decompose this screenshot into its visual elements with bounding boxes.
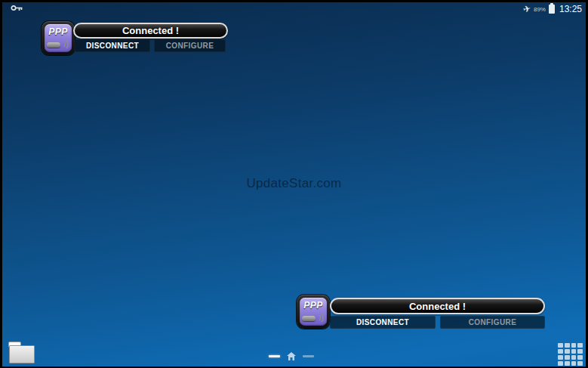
signal-waves-icon [318,313,325,323]
configure-button[interactable]: CONFIGURE [440,316,545,329]
clock: 13:25 [559,4,582,14]
connection-status: Connected ! [330,298,545,314]
configure-button[interactable]: CONFIGURE [154,39,226,52]
page-dash-current[interactable] [269,355,280,357]
ppp-icon-label: PPP [300,300,327,311]
disconnect-button[interactable]: DISCONNECT [330,316,436,329]
battery-percent: 89% [534,6,546,13]
ppp-app-icon[interactable]: PPP [297,295,330,329]
ppp-icon-face: PPP [300,298,327,326]
connection-status: Connected ! [73,23,228,39]
status-bar[interactable]: ✈ 89% 13:25 [2,2,586,16]
battery-icon [549,5,555,14]
ppp-icon-label: PPP [45,26,72,37]
airplane-mode-icon: ✈ [522,4,531,14]
watermark: UpdateStar.com [2,176,586,191]
folder-body [9,345,35,363]
page-dash-other[interactable] [303,355,314,357]
key-icon [11,4,23,12]
disconnect-button[interactable]: DISCONNECT [75,39,150,52]
home-icon[interactable] [287,352,296,360]
signal-waves-icon [63,39,69,49]
ppp-slider-glyph [302,316,316,321]
apps-grid-icon[interactable] [558,343,583,366]
page-indicator [269,351,314,360]
ppp-app-icon[interactable]: PPP [42,21,75,55]
ppp-slider-glyph [47,42,60,48]
ppp-icon-face: PPP [45,24,72,52]
folder-icon[interactable] [9,342,35,363]
home-screen: ✈ 89% 13:25 PPP Connected ! DISCONNECT C… [2,2,586,366]
